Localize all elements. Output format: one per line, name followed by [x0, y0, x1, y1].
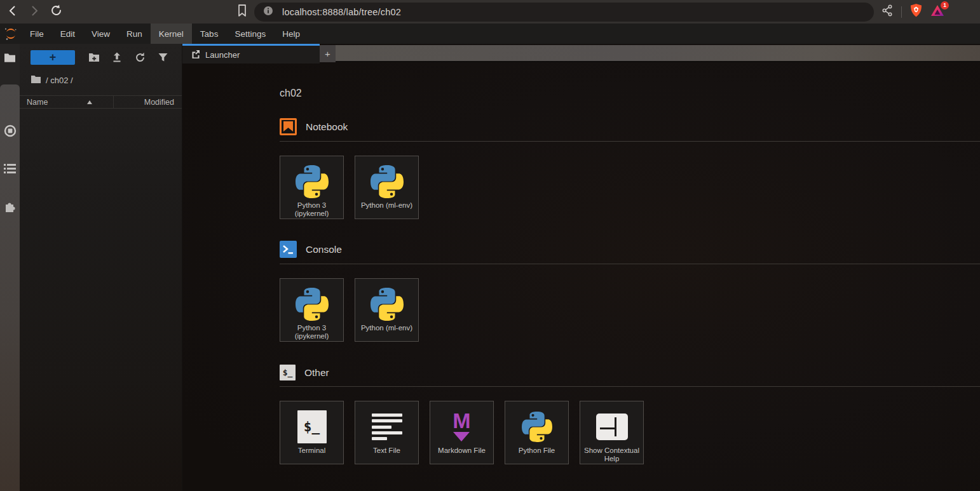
file-listing-area[interactable]: [20, 109, 182, 490]
launcher-card-text-file[interactable]: Text File: [355, 401, 419, 464]
sidebar-activity-bar: [0, 44, 20, 491]
breadcrumb[interactable]: / ch02 /: [20, 71, 182, 90]
menu-help[interactable]: Help: [274, 24, 308, 44]
launcher-card-python3-notebook[interactable]: Python 3 (ipykernel): [280, 156, 344, 219]
launcher-cwd-title: ch02: [280, 88, 980, 99]
new-tab-button[interactable]: +: [320, 45, 336, 62]
launcher-tab-label: Launcher: [205, 50, 240, 60]
toolbar-separator: [901, 6, 902, 18]
site-info-icon[interactable]: [263, 6, 273, 18]
jupyterlab-menubar: File Edit View Run Kernel Tabs Settings …: [0, 24, 980, 44]
launcher-card-contextual-help[interactable]: Show Contextual Help: [580, 401, 644, 464]
card-label: Python File: [516, 445, 558, 464]
new-launcher-button[interactable]: +: [31, 50, 75, 65]
brave-shield-icon[interactable]: [909, 3, 923, 20]
card-label: Show Contextual Help: [580, 445, 643, 464]
launcher-card-terminal[interactable]: $_ Terminal: [280, 401, 344, 464]
table-of-contents-tab-icon[interactable]: [4, 163, 16, 177]
terminal-icon: $_: [297, 410, 327, 443]
column-header-modified[interactable]: Modified: [114, 98, 182, 107]
text-file-icon: [372, 412, 402, 441]
tab-bar: Launcher +: [182, 44, 980, 64]
tab-bar-empty-strip: [336, 45, 980, 62]
menu-view[interactable]: View: [83, 24, 118, 44]
card-label: Python 3 (ipykernel): [280, 323, 343, 341]
python-logo-icon: [296, 163, 329, 200]
python-logo-icon: [371, 286, 404, 323]
launcher-tab-icon: [191, 50, 200, 60]
forward-icon[interactable]: [28, 4, 41, 20]
section-divider: [280, 141, 980, 142]
file-browser-toolbar: +: [20, 44, 182, 71]
main-dock-panel: Launcher + ch02 Notebook Python 3 (ipyke…: [182, 44, 980, 491]
file-browser-tab-icon[interactable]: [4, 53, 16, 84]
section-other: $_ Other $_ Terminal Text File: [280, 365, 980, 464]
share-icon[interactable]: [881, 4, 894, 19]
menu-kernel[interactable]: Kernel: [151, 24, 192, 44]
url-bar[interactable]: localhost:8888/lab/tree/ch02: [254, 3, 874, 22]
filter-icon[interactable]: [151, 53, 174, 62]
column-header-name[interactable]: Name: [20, 98, 113, 107]
card-label: Python (ml-env): [358, 200, 415, 219]
file-browser-panel: + / ch02 / Name Modified: [20, 44, 182, 491]
section-divider: [280, 386, 980, 387]
breadcrumb-path[interactable]: / ch02 /: [46, 76, 73, 85]
card-label: Text File: [371, 445, 403, 464]
section-label: Other: [304, 367, 329, 379]
launcher-card-mlenv-console[interactable]: Python (ml-env): [355, 278, 419, 342]
menu-tabs[interactable]: Tabs: [192, 24, 227, 44]
section-divider: [280, 264, 980, 264]
launcher-card-mlenv-notebook[interactable]: Python (ml-env): [355, 156, 419, 219]
brave-rewards-icon[interactable]: 1: [930, 4, 944, 20]
notebook-icon: [280, 118, 297, 135]
new-folder-icon[interactable]: [83, 53, 105, 62]
home-folder-icon[interactable]: [31, 75, 41, 86]
menu-file[interactable]: File: [22, 24, 52, 44]
jupyter-logo-icon: [0, 24, 22, 44]
launcher-card-python3-console[interactable]: Python 3 (ipykernel): [280, 278, 344, 342]
menu-run[interactable]: Run: [118, 24, 151, 44]
launcher-card-python-file[interactable]: Python File: [505, 401, 569, 464]
python-logo-icon: [522, 408, 552, 445]
bookmark-icon[interactable]: [236, 4, 248, 20]
upload-icon[interactable]: [105, 52, 128, 63]
card-label: Python (ml-env): [358, 323, 415, 341]
tab-launcher[interactable]: Launcher: [182, 44, 320, 64]
section-console: Console Python 3 (ipykernel) Python (ml-…: [280, 241, 980, 342]
section-notebook: Notebook Python 3 (ipykernel) Python (ml…: [280, 118, 980, 219]
sort-ascending-icon: [87, 100, 92, 104]
back-icon[interactable]: [6, 4, 19, 20]
card-label: Python 3 (ipykernel): [280, 200, 343, 219]
menu-edit[interactable]: Edit: [52, 24, 83, 44]
url-text[interactable]: localhost:8888/lab/tree/ch02: [282, 7, 401, 17]
python-logo-icon: [296, 286, 329, 323]
markdown-icon: M: [453, 412, 470, 441]
reload-icon[interactable]: [50, 4, 63, 20]
launcher-panel: ch02 Notebook Python 3 (ipykernel): [182, 64, 980, 491]
browser-toolbar: localhost:8888/lab/tree/ch02 1: [0, 0, 980, 24]
section-label: Console: [306, 244, 342, 255]
running-kernels-tab-icon[interactable]: [4, 124, 17, 140]
contextual-help-icon: [596, 414, 628, 440]
python-logo-icon: [371, 163, 404, 200]
rewards-badge: 1: [941, 1, 949, 10]
card-label: Markdown File: [435, 445, 488, 464]
refresh-icon[interactable]: [128, 52, 151, 63]
terminal-icon: $_: [280, 365, 296, 380]
card-label: Terminal: [296, 445, 328, 464]
launcher-card-markdown-file[interactable]: M Markdown File: [430, 401, 494, 464]
menu-settings[interactable]: Settings: [226, 24, 274, 44]
extension-manager-tab-icon[interactable]: [4, 200, 17, 215]
console-icon: [280, 241, 297, 258]
file-list-header: Name Modified: [20, 95, 182, 109]
section-label: Notebook: [306, 121, 348, 133]
